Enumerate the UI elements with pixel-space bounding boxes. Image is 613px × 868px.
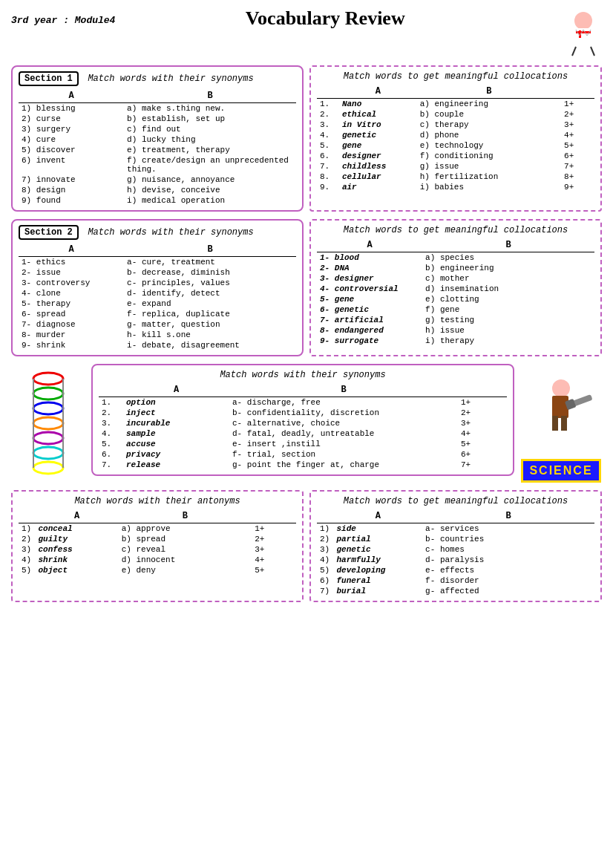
s1c-num: 8. <box>317 172 339 182</box>
page-header: 3rd year : Module4 Vocabulary Review <box>11 7 602 59</box>
s4c-cell-a: partial <box>333 534 422 544</box>
s4a-cell-c: 2+ <box>252 534 296 544</box>
section2-box: Section 2 Match words with their synonym… <box>11 219 304 356</box>
s4a-cell-a: shrink <box>35 555 118 565</box>
s2c-cell-a: 9- surrogate <box>317 336 422 346</box>
s4c-num: 4) <box>317 555 333 565</box>
s1-cell-a: 5) discover <box>19 145 124 155</box>
s4a-col-b-header: B <box>119 509 252 523</box>
table-row: 6. privacy f- trial, section 6+ <box>99 449 507 460</box>
svg-point-6 <box>33 373 63 385</box>
s2-cell-b: c- principles, values <box>124 278 296 288</box>
s3-cell-c: 4+ <box>458 428 507 439</box>
s4c-cell-a: side <box>333 523 422 535</box>
s3-cell-c: 3+ <box>458 418 507 428</box>
s1c-cell-b: i) babies <box>417 182 561 192</box>
section4-antonyms-table: A B 1) conceal a) approve 1+2) guilty b)… <box>19 509 296 575</box>
s1c-num: 4. <box>317 130 339 140</box>
section1-header: Section 1 Match words with their synonym… <box>19 71 296 86</box>
s1-cell-b: f) create/design an unprecedented thing. <box>124 155 296 174</box>
s3-cell-a: release <box>123 460 229 470</box>
s2-cell-a: 1- ethics <box>19 257 124 268</box>
s4a-cell-b: d) innocent <box>119 555 252 565</box>
svg-point-11 <box>33 447 63 459</box>
s3-cell-b: c- alternative, choice <box>229 418 458 428</box>
s1c-instruction: Match words to get meaningful collocatio… <box>317 71 594 82</box>
s1-cell-b: a) make s.thing new. <box>124 103 296 114</box>
s4a-num: 2) <box>19 534 35 544</box>
s3-num: 7. <box>99 460 123 470</box>
s4c-num: 6) <box>317 575 333 586</box>
s1-cell-a: 8) design <box>19 185 124 195</box>
s1c-cell-b: g) issue <box>417 161 561 172</box>
s4c-cell-a: funeral <box>333 575 422 586</box>
s1-col-a-header: A <box>19 89 124 103</box>
table-row: 9- surrogate i) therapy <box>317 336 594 346</box>
table-row: 4. genetic d) phone 4+ <box>317 130 594 140</box>
s4c-cell-a: genetic <box>333 544 422 555</box>
s1-cell-a: 9) found <box>19 195 124 206</box>
s3-cell-c: 6+ <box>458 449 507 460</box>
s3-cell-a: privacy <box>123 449 229 460</box>
svg-rect-16 <box>552 396 568 418</box>
s2c-cell-b: b) engineering <box>422 263 594 273</box>
s3-cell-a: incurable <box>123 418 229 428</box>
row-2: Section 2 Match words with their synonym… <box>11 219 602 356</box>
s3-num: 4. <box>99 428 123 439</box>
s1-cell-b: e) treatment, therapy <box>124 145 296 155</box>
table-row: 2. inject b- confidentiality, discretion… <box>99 408 507 418</box>
row-4: Match words with their antonyms A B 1) c… <box>11 490 602 602</box>
section4-collocations-table: A B 1) side a- services2) partial b- cou… <box>317 509 594 596</box>
svg-point-12 <box>33 462 63 474</box>
table-row: 3) confess c) reveal 3+ <box>19 544 296 555</box>
s2c-cell-a: 1- blood <box>317 252 422 264</box>
s1c-num: 6. <box>317 151 339 161</box>
s1c-cell-c: 5+ <box>561 140 594 151</box>
s1c-cell-c: 3+ <box>561 120 594 130</box>
s4a-cell-b: b) spread <box>119 534 252 544</box>
s2-col-b-header: B <box>124 243 296 257</box>
s1c-cell-c: 4+ <box>561 130 594 140</box>
table-row: 1- blood a) species <box>317 252 594 264</box>
s1c-cell-c: 6+ <box>561 151 594 161</box>
s2c-cell-a: 3- designer <box>317 273 422 284</box>
s3-cell-b: g- point the finger at, charge <box>229 460 458 470</box>
s2-cell-a: 8- murder <box>19 330 124 340</box>
section2-collocations-box: Match words to get meaningful collocatio… <box>309 219 602 356</box>
s2c-cell-b: f) gene <box>422 304 594 315</box>
svg-line-4 <box>572 47 576 56</box>
table-row: 5) developing e- effects <box>317 565 594 575</box>
s1-cell-a: 3) surgery <box>19 124 124 134</box>
s4c-num: 2) <box>317 534 333 544</box>
s1c-cell-a: cellular <box>339 172 417 182</box>
s2c-cell-a: 5- gene <box>317 294 422 304</box>
s2-cell-b: f- replica, duplicate <box>124 309 296 319</box>
table-row: 4) harmfully d- paralysis <box>317 555 594 565</box>
s1c-cell-a: gene <box>339 140 417 151</box>
s2c-cell-b: h) issue <box>422 325 594 336</box>
science-image: SCIENCE <box>520 364 602 483</box>
science-label: SCIENCE <box>521 459 600 483</box>
subtitle: 3rd year : Module4 <box>11 7 115 26</box>
s3-num: 5. <box>99 439 123 449</box>
s3-cell-a: accuse <box>123 439 229 449</box>
s4c-cell-b: a- services <box>422 523 594 535</box>
s1c-cell-a: childless <box>339 161 417 172</box>
s1c-cell-b: e) technology <box>417 140 561 151</box>
s2-col-a-header: A <box>19 243 124 257</box>
s3-num: 6. <box>99 449 123 460</box>
table-row: 1) side a- services <box>317 523 594 535</box>
s1c-cell-c: 9+ <box>561 182 594 192</box>
table-row: 3) surgery c) find out <box>19 124 296 134</box>
s4c-cell-b: g- affected <box>422 586 594 596</box>
svg-rect-1 <box>576 28 591 47</box>
table-row: 9) found i) medical operation <box>19 195 296 206</box>
s3-cell-b: d- fatal, deadly, untreatable <box>229 428 458 439</box>
s1c-cell-a: in Vitro <box>339 120 417 130</box>
s4a-num: 5) <box>19 565 35 575</box>
table-row: 1) conceal a) approve 1+ <box>19 523 296 535</box>
s2c-cell-b: c) mother <box>422 273 594 284</box>
svg-point-15 <box>552 379 570 397</box>
s1c-col-b-header: B <box>417 85 561 99</box>
s2c-cell-b: a) species <box>422 252 594 264</box>
